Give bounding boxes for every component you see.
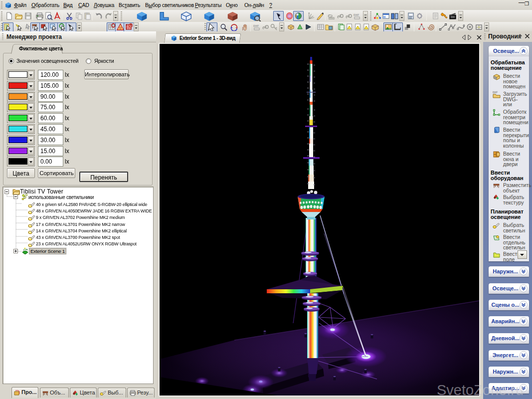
svg-text:DXF: DXF (354, 13, 359, 16)
svg-text:DXF: DXF (493, 91, 498, 94)
svg-text:DXF: DXF (253, 24, 259, 27)
